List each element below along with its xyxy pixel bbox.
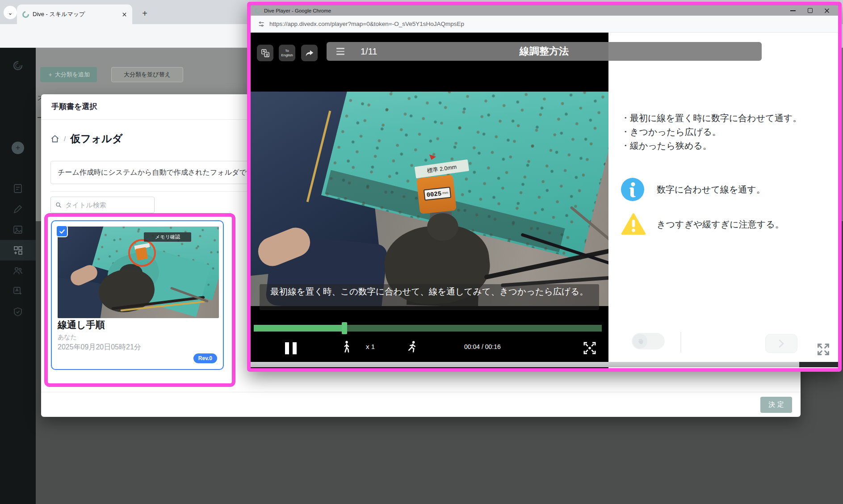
step-title: 線調整方法 [327, 45, 762, 58]
sidebar-shield-icon[interactable] [13, 307, 23, 317]
seek-played [254, 325, 344, 332]
sidebar-document-icon[interactable] [13, 183, 23, 194]
fast-speed-run-icon[interactable] [405, 340, 419, 355]
sidebar-skillmap-icon[interactable] [13, 245, 23, 256]
video-area[interactable]: To English [251, 33, 608, 368]
maximize-icon[interactable] [803, 7, 817, 15]
time-display: 00:04 / 00:16 [464, 343, 501, 350]
breadcrumb: / 仮フォルダ [50, 132, 122, 146]
dive-player-window: Dive Player - Google Chrome https://app.… [247, 2, 842, 372]
sidebar-translate-icon[interactable] [13, 286, 23, 297]
video-subtitle: 最初線を置く時、この数字に合わせて、線を通してみて、きつかったら広げる。 [260, 284, 599, 310]
share-arrow-icon [305, 48, 315, 58]
hand-mode-toggle[interactable] [632, 333, 665, 349]
info-icon [621, 178, 644, 201]
sidebar-add-button[interactable]: + [12, 142, 24, 154]
tab-search-button[interactable]: ⌄ [4, 6, 17, 19]
note-bullet: ・きつかったら広げる。 [621, 125, 801, 139]
player-url-text: https://app.divedx.com/player?map=0&toke… [269, 21, 464, 27]
thumb-step-label: メモリ確認 [144, 232, 191, 242]
card-thumbnail: メモリ確認 [58, 227, 219, 318]
new-tab-button[interactable]: + [138, 7, 151, 20]
cable [484, 248, 608, 280]
warning-text: きつすぎや緩すぎに注意する。 [657, 218, 784, 231]
info-note: 数字に合わせて線を通す。 [621, 178, 765, 201]
note-bullet: ・緩かったら狭める。 [621, 139, 801, 153]
hand-icon [637, 338, 644, 345]
modal-footer: 決定 [41, 392, 801, 417]
close-icon[interactable] [820, 7, 834, 15]
sidebar-users-icon[interactable] [13, 265, 23, 276]
slow-speed-walk-icon[interactable] [340, 340, 353, 355]
next-step-button[interactable] [765, 334, 797, 353]
fullscreen-expand-icon[interactable] [816, 342, 831, 357]
note-bullet: ・最初に線を置く時に数字に合わせて通す。 [621, 111, 801, 125]
player-content: To English [251, 33, 838, 368]
thumb-annotation-circle [128, 239, 156, 267]
tab-title: Dive - スキルマップ [33, 10, 118, 18]
pause-button[interactable] [282, 341, 300, 355]
confirm-button[interactable]: 決定 [760, 397, 792, 413]
modal-title: 手順書を選択 [51, 101, 97, 112]
app-sidebar: + [0, 48, 36, 504]
note-bullets: ・最初に線を置く時に数字に合わせて通す。 ・きつかったら広げる。 ・緩かったら狭… [621, 111, 801, 153]
window-title: Dive Player - Google Chrome [264, 8, 783, 13]
notes-panel: ・最初に線を置く時に数字に合わせて通す。 ・きつかったら広げる。 ・緩かったら狭… [608, 33, 838, 368]
video-frame: 標準 2.0mm 0025 mm [251, 92, 608, 306]
dive-favicon [254, 7, 262, 14]
card-author: あなた [58, 333, 77, 341]
to-english-button[interactable]: To English [279, 45, 295, 61]
glove-finger [427, 213, 458, 241]
add-category-button[interactable]: ＋ 大分類を追加 [40, 67, 97, 82]
center-focus-icon[interactable] [582, 340, 597, 356]
sidebar-image-icon[interactable] [13, 224, 23, 235]
search-icon [55, 202, 62, 209]
window-titlebar[interactable]: Dive Player - Google Chrome [251, 5, 838, 16]
horizontal-scrollbar[interactable] [251, 362, 838, 367]
sidebar-edit-icon[interactable] [13, 204, 23, 214]
step-title-bar[interactable]: 線調整方法 1/11 [327, 42, 762, 61]
scrollbar-thumb[interactable] [251, 362, 799, 367]
reorder-category-button[interactable]: 大分類を並び替え [111, 67, 183, 82]
player-address-bar[interactable]: https://app.divedx.com/player?map=0&toke… [251, 16, 838, 33]
minimize-icon[interactable] [786, 7, 800, 15]
translate-icon [260, 48, 270, 58]
search-input[interactable] [65, 201, 150, 209]
procedure-card[interactable]: メモリ確認 線通し手順 あなた 2025年09月20日05時21分 Rev.0 [51, 220, 224, 370]
site-settings-icon[interactable] [258, 21, 265, 28]
divider [680, 332, 681, 353]
home-icon[interactable] [50, 134, 59, 143]
warning-note: きつすぎや緩すぎに注意する。 [621, 213, 784, 235]
dive-favicon [21, 9, 30, 19]
tab-close-icon[interactable] [122, 12, 127, 17]
seek-bar[interactable] [254, 325, 602, 332]
check-icon [59, 228, 66, 235]
dive-logo-icon [13, 60, 23, 71]
chevron-right-icon [778, 339, 785, 348]
playback-speed[interactable]: x 1 [366, 343, 375, 350]
gauge-counter-unit: mm [442, 190, 449, 195]
toggle-knob [633, 334, 647, 349]
revision-badge: Rev.0 [193, 353, 217, 363]
card-checkbox[interactable] [56, 225, 68, 237]
translate-button[interactable] [257, 45, 273, 61]
card-title: 線通し手順 [58, 319, 105, 331]
info-text: 数字に合わせて線を通す。 [657, 184, 765, 196]
warning-icon [621, 213, 646, 235]
card-updated-at: 2025年09月20日05時21分 [58, 343, 141, 352]
breadcrumb-separator: / [64, 135, 66, 143]
browser-tab[interactable]: Dive - スキルマップ [17, 4, 132, 24]
seek-handle[interactable] [342, 322, 347, 334]
gauge-counter-value: 0025 [426, 190, 442, 198]
title-search-field[interactable] [50, 197, 155, 213]
share-button[interactable] [301, 45, 318, 61]
breadcrumb-folder-name: 仮フォルダ [70, 132, 122, 146]
player-controls: x 1 00:04 / 00:16 [251, 337, 608, 361]
